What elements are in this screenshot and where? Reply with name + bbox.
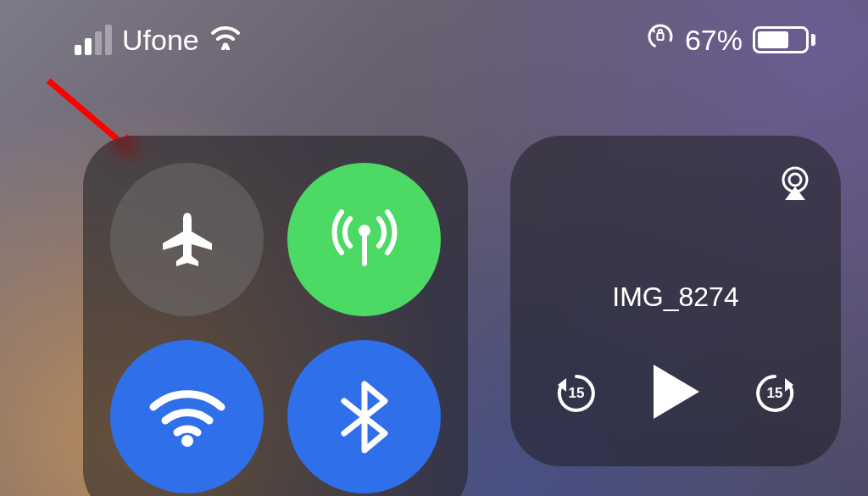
bluetooth-button[interactable] [287, 340, 441, 493]
connectivity-module[interactable] [83, 136, 468, 496]
skip-forward-button[interactable]: 15 [751, 370, 798, 417]
skip-back-button[interactable]: 15 [553, 370, 600, 417]
wifi-button[interactable] [110, 340, 264, 493]
status-left: Ufone [75, 24, 242, 57]
control-center-modules: IMG_8274 15 15 [83, 136, 841, 496]
svg-point-0 [222, 42, 228, 48]
wifi-icon [209, 24, 242, 57]
airplane-icon [153, 206, 221, 274]
svg-marker-12 [654, 365, 699, 419]
status-bar: Ufone 67% [0, 19, 868, 61]
svg-rect-2 [657, 33, 663, 40]
airplay-icon [775, 163, 815, 203]
airplane-mode-button[interactable] [110, 163, 264, 316]
airplay-button[interactable] [775, 163, 815, 207]
cellular-data-button[interactable] [287, 163, 441, 316]
battery-icon [753, 26, 815, 53]
play-button[interactable] [648, 361, 703, 426]
rotation-lock-icon [646, 22, 675, 58]
skip-back-seconds: 15 [569, 385, 585, 402]
bluetooth-icon [339, 379, 390, 455]
skip-forward-seconds: 15 [767, 385, 783, 402]
antenna-icon [326, 202, 403, 278]
cellular-signal-icon [75, 25, 112, 55]
svg-point-7 [181, 435, 193, 447]
media-title: IMG_8274 [612, 281, 738, 313]
wifi-large-icon [145, 383, 230, 451]
battery-percent: 67% [685, 24, 743, 57]
play-icon [648, 361, 703, 422]
svg-rect-6 [362, 234, 367, 266]
media-module[interactable]: IMG_8274 15 15 [510, 136, 841, 466]
media-controls: 15 15 [536, 361, 815, 426]
svg-point-8 [789, 174, 801, 186]
svg-point-1 [646, 22, 675, 51]
status-right: 67% [646, 22, 815, 58]
carrier-name: Ufone [122, 24, 199, 57]
